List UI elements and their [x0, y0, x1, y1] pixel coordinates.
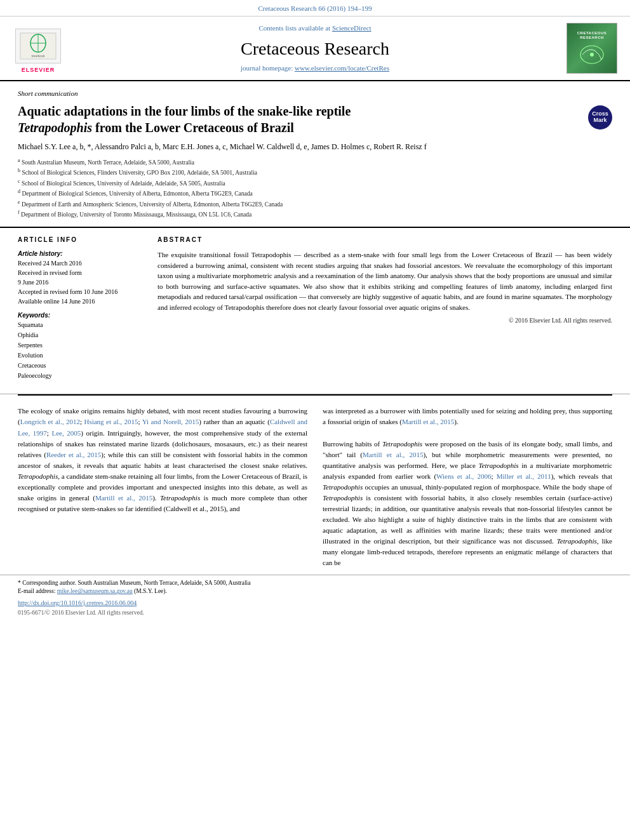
elsevier-logo-image: tree/book [15, 29, 61, 63]
homepage-line: journal homepage: www.elsevier.com/locat… [70, 63, 560, 73]
body-para-3: Burrowing habits of Tetrapodophis were p… [323, 439, 612, 569]
issn-line: 0195-6671/© 2016 Elsevier Ltd. All right… [0, 608, 630, 621]
email-line: E-mail address: mike.lee@samuseum.sa.gov… [18, 587, 612, 596]
article-title: Aquatic adaptations in the four limbs of… [18, 103, 575, 136]
history-title: Article history: [18, 250, 145, 258]
crossmark-circle: CrossMark [588, 105, 612, 130]
keyword-paleoecology: Paleoecology [18, 371, 145, 381]
journal-center: Contents lists available at ScienceDirec… [70, 23, 560, 74]
homepage-link[interactable]: www.elsevier.com/locate/CretRes [295, 64, 389, 72]
keywords-title: Keywords: [18, 311, 145, 320]
abstract-col: ABSTRACT The exquisite transitional foss… [158, 236, 612, 386]
keyword-evolution: Evolution [18, 350, 145, 361]
keyword-ophidia: Ophidia [18, 330, 145, 340]
keyword-serpentes: Serpentes [18, 340, 145, 350]
article-title-italic: Tetrapodophis [18, 121, 92, 135]
ref-martill[interactable]: Martill et al., 2015 [95, 494, 152, 502]
ref-lee[interactable]: Lee, 2005 [52, 429, 81, 437]
keywords-list: Squamata Ophidia Serpentes Evolution Cre… [18, 320, 145, 381]
ref-wiens[interactable]: Wiens et al., 2006 [436, 472, 491, 480]
accepted-date: Accepted in revised form 10 June 2016 [18, 287, 145, 297]
ref-martill2[interactable]: Martill et al., 2015 [402, 418, 454, 425]
sciencedirect-line: Contents lists available at ScienceDirec… [70, 23, 560, 33]
ref-martill3[interactable]: Martill et al., 2015 [363, 451, 423, 458]
sciencedirect-link[interactable]: ScienceDirect [332, 24, 372, 32]
authors-text: Michael S.Y. Lee a, b, *, Alessandro Pal… [18, 142, 427, 151]
article-info-abstract-section: ARTICLE INFO Article history: Received 2… [0, 228, 630, 394]
citation-text: Cretaceous Research 66 (2016) 194–199 [258, 4, 372, 12]
corresponding-author-note: * Corresponding author. South Australian… [18, 579, 612, 587]
footnote-section: * Corresponding author. South Australian… [0, 575, 630, 596]
svg-point-6 [590, 53, 594, 57]
received-revised-label: Received in revised form [18, 268, 145, 277]
body-para-2: was interpreted as a burrower with limbs… [323, 406, 612, 427]
citation-bar: Cretaceous Research 66 (2016) 194–199 [0, 0, 630, 17]
svg-text:tree/book: tree/book [32, 54, 45, 58]
article-info-col: ARTICLE INFO Article history: Received 2… [18, 236, 145, 386]
abstract-text: The exquisite transitional fossil Tetrap… [158, 250, 612, 312]
affiliation-f: f Department of Biology, University of T… [18, 209, 612, 219]
body-col-1: The ecology of snake origins remains hig… [18, 406, 307, 568]
body-section: The ecology of snake origins remains hig… [0, 396, 630, 575]
available-date: Available online 14 June 2016 [18, 297, 145, 306]
authors-line: Michael S.Y. Lee a, b, *, Alessandro Pal… [18, 141, 612, 153]
copyright-line: © 2016 Elsevier Ltd. All rights reserved… [158, 316, 612, 325]
doi-link[interactable]: http://dx.doi.org/10.1016/j.cretres.2016… [18, 599, 137, 606]
keyword-cretaceous: Cretaceous [18, 361, 145, 371]
ref-hsiang[interactable]: Hsiang et al., 2015 [84, 418, 138, 425]
body-para-1: The ecology of snake origins remains hig… [18, 406, 307, 514]
elsevier-logo: tree/book ELSEVIER [13, 23, 64, 74]
article-title-row: Aquatic adaptations in the four limbs of… [18, 103, 612, 136]
journal-title: Cretaceous Research [70, 36, 560, 61]
body-col-2: was interpreted as a burrower with limbs… [323, 406, 612, 568]
doi-line: http://dx.doi.org/10.1016/j.cretres.2016… [0, 596, 630, 608]
received-revised-date: 9 June 2016 [18, 277, 145, 287]
ref-yi[interactable]: Yi and Norell, 2015 [142, 418, 199, 425]
elsevier-brand-text: ELSEVIER [22, 66, 55, 74]
article-info-header: ARTICLE INFO [18, 236, 145, 244]
journal-cover-image: CRETACEOUS RESEARCH [566, 23, 617, 74]
affiliation-a: a South Australian Museum, North Terrace… [18, 157, 612, 167]
article-section: Short communication Aquatic adaptations … [0, 81, 630, 228]
ref-longrich[interactable]: Longrich et al., 2012 [20, 418, 80, 425]
ref-reeder[interactable]: Reeder et al., 2015 [46, 451, 101, 458]
keyword-squamata: Squamata [18, 320, 145, 330]
journal-header: tree/book ELSEVIER Contents lists availa… [0, 17, 630, 81]
history-group: Article history: Received 24 March 2016 … [18, 250, 145, 306]
affiliation-d: d Department of Biological Sciences, Uni… [18, 188, 612, 198]
email-link[interactable]: mike.lee@samuseum.sa.gov.au [57, 588, 133, 594]
affiliation-b: b School of Biological Sciences, Flinder… [18, 167, 612, 177]
affiliations: a South Australian Museum, North Terrace… [18, 157, 612, 219]
affiliation-e: e Department of Earth and Atmospheric Sc… [18, 199, 612, 209]
keywords-group: Keywords: Squamata Ophidia Serpentes Evo… [18, 311, 145, 381]
received-date: Received 24 March 2016 [18, 258, 145, 268]
ref-miller[interactable]: Miller et al., 2011 [497, 472, 551, 480]
article-type: Short communication [18, 89, 612, 98]
affiliation-c: c School of Biological Sciences, Univers… [18, 178, 612, 188]
crossmark-badge[interactable]: CrossMark [588, 105, 612, 130]
cover-title: CRETACEOUS RESEARCH [576, 30, 608, 41]
abstract-header: ABSTRACT [158, 236, 612, 244]
